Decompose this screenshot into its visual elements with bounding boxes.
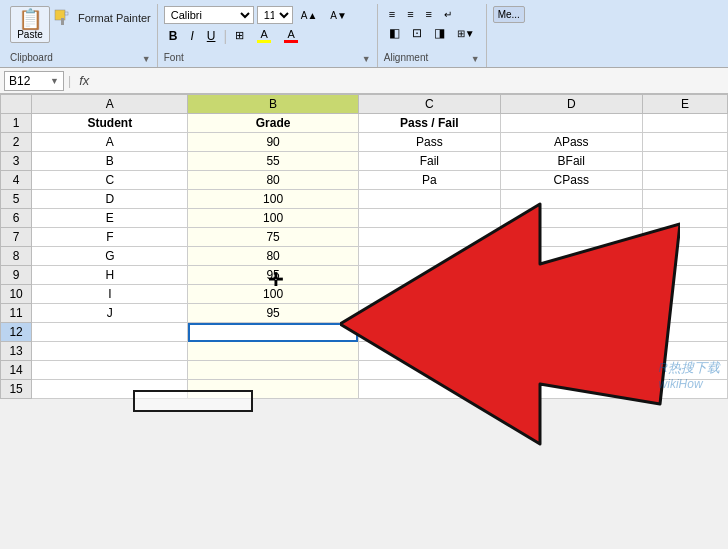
cell-c6[interactable] — [358, 209, 500, 228]
cell-a9[interactable]: H — [32, 266, 188, 285]
cell-c11[interactable]: Pass — [358, 304, 500, 323]
row-header-13[interactable]: 13 — [1, 342, 32, 361]
borders-button[interactable]: ⊞ — [230, 27, 249, 44]
cell-e3[interactable] — [642, 152, 727, 171]
decrease-font-btn[interactable]: A▼ — [325, 8, 352, 23]
cell-a4[interactable]: C — [32, 171, 188, 190]
cell-d3[interactable]: BFail — [500, 152, 642, 171]
font-name-select[interactable]: Calibri — [164, 6, 254, 24]
align-expand[interactable]: ▼ — [471, 54, 480, 64]
cell-d12[interactable] — [500, 323, 642, 342]
cell-d8[interactable] — [500, 247, 642, 266]
cell-d11[interactable]: JPass — [500, 304, 642, 323]
row-header-10[interactable]: 10 — [1, 285, 32, 304]
more-button[interactable]: Me... — [493, 6, 525, 23]
row-header-15[interactable]: 15 — [1, 380, 32, 399]
cell-e5[interactable] — [642, 190, 727, 209]
cell-e4[interactable] — [642, 171, 727, 190]
row-header-4[interactable]: 4 — [1, 171, 32, 190]
font-size-select[interactable]: 11 — [257, 6, 293, 24]
cell-b10[interactable]: 100 — [188, 285, 358, 304]
cell-d10[interactable]: IPass — [500, 285, 642, 304]
cell-c14[interactable] — [358, 361, 500, 380]
row-header-12[interactable]: 12 — [1, 323, 32, 342]
cell-b1[interactable]: Grade — [188, 114, 358, 133]
cell-b14[interactable] — [188, 361, 358, 380]
cell-c4[interactable]: Pa — [358, 171, 500, 190]
row-header-5[interactable]: 5 — [1, 190, 32, 209]
cell-b13[interactable] — [188, 342, 358, 361]
cell-c7[interactable] — [358, 228, 500, 247]
row-header-1[interactable]: 1 — [1, 114, 32, 133]
bold-button[interactable]: B — [164, 27, 183, 45]
row-header-2[interactable]: 2 — [1, 133, 32, 152]
cell-b12[interactable] — [188, 323, 358, 342]
align-top-right-btn[interactable]: ≡ — [421, 6, 437, 22]
cell-d6[interactable] — [500, 209, 642, 228]
col-header-c[interactable]: C — [358, 95, 500, 114]
row-header-11[interactable]: 11 — [1, 304, 32, 323]
paste-button[interactable]: 📋 Paste — [10, 6, 50, 43]
cell-a10[interactable]: I — [32, 285, 188, 304]
cell-b6[interactable]: 100 — [188, 209, 358, 228]
cell-b15[interactable] — [188, 380, 358, 399]
col-header-b[interactable]: B — [188, 95, 358, 114]
cell-a13[interactable] — [32, 342, 188, 361]
cell-b7[interactable]: 75 — [188, 228, 358, 247]
cell-e13[interactable] — [642, 342, 727, 361]
row-header-6[interactable]: 6 — [1, 209, 32, 228]
align-top-left-btn[interactable]: ≡ — [384, 6, 400, 22]
cell-c5[interactable] — [358, 190, 500, 209]
clipboard-expand[interactable]: ▼ — [142, 54, 151, 64]
cell-e11[interactable] — [642, 304, 727, 323]
cell-e15[interactable] — [642, 380, 727, 399]
align-top-center-btn[interactable]: ≡ — [402, 6, 418, 22]
merge-btn[interactable]: ⊞▼ — [452, 24, 480, 42]
cell-a14[interactable] — [32, 361, 188, 380]
cell-e2[interactable] — [642, 133, 727, 152]
cell-c10[interactable] — [358, 285, 500, 304]
cell-b8[interactable]: 80 — [188, 247, 358, 266]
cell-a8[interactable]: G — [32, 247, 188, 266]
cell-e1[interactable] — [642, 114, 727, 133]
cell-e12[interactable] — [642, 323, 727, 342]
cell-c15[interactable] — [358, 380, 500, 399]
wrap-text-btn[interactable]: ↵ — [439, 6, 457, 22]
cell-b3[interactable]: 55 — [188, 152, 358, 171]
cell-b9[interactable]: 95 — [188, 266, 358, 285]
col-header-a[interactable]: A — [32, 95, 188, 114]
cell-d13[interactable] — [500, 342, 642, 361]
cell-e14[interactable] — [642, 361, 727, 380]
cell-c3[interactable]: Fail — [358, 152, 500, 171]
fill-color-button[interactable]: A — [252, 26, 276, 45]
row-header-8[interactable]: 8 — [1, 247, 32, 266]
cell-b11[interactable]: 95 — [188, 304, 358, 323]
cell-c12[interactable] — [358, 323, 500, 342]
cell-e6[interactable] — [642, 209, 727, 228]
cell-ref-arrow[interactable]: ▼ — [50, 76, 59, 86]
italic-button[interactable]: I — [185, 27, 198, 45]
cell-a15[interactable] — [32, 380, 188, 399]
cell-a6[interactable]: E — [32, 209, 188, 228]
cell-d14[interactable] — [500, 361, 642, 380]
cell-e10[interactable] — [642, 285, 727, 304]
increase-font-btn[interactable]: A▲ — [296, 8, 323, 23]
align-right-btn[interactable]: ◨ — [429, 24, 450, 42]
format-painter-row[interactable]: Format Painter — [54, 8, 151, 28]
cell-c13[interactable] — [358, 342, 500, 361]
col-header-e[interactable]: E — [642, 95, 727, 114]
cell-a1[interactable]: Student — [32, 114, 188, 133]
cell-d4[interactable]: CPass — [500, 171, 642, 190]
cell-reference-box[interactable]: B12 ▼ — [4, 71, 64, 91]
cell-a11[interactable]: J — [32, 304, 188, 323]
cell-c2[interactable]: Pass — [358, 133, 500, 152]
align-left-btn[interactable]: ◧ — [384, 24, 405, 42]
cell-d2[interactable]: APass — [500, 133, 642, 152]
cell-e9[interactable] — [642, 266, 727, 285]
underline-button[interactable]: U — [202, 27, 221, 45]
cell-b2[interactable]: 90 — [188, 133, 358, 152]
cell-e7[interactable] — [642, 228, 727, 247]
cell-a7[interactable]: F — [32, 228, 188, 247]
cell-d1[interactable] — [500, 114, 642, 133]
row-header-14[interactable]: 14 — [1, 361, 32, 380]
